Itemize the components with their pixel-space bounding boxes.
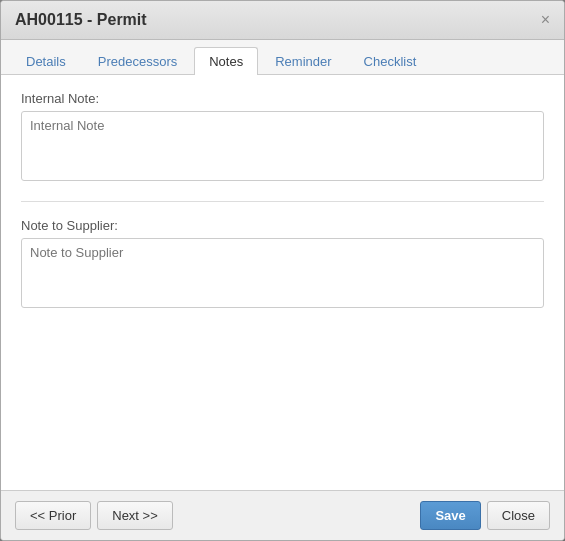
footer-right: Save Close <box>420 501 550 530</box>
note-to-supplier-label: Note to Supplier: <box>21 218 544 233</box>
dialog-header: AH00115 - Permit × <box>1 1 564 40</box>
footer-left: << Prior Next >> <box>15 501 173 530</box>
note-to-supplier-input[interactable] <box>21 238 544 308</box>
tab-predecessors[interactable]: Predecessors <box>83 47 192 75</box>
dialog-footer: << Prior Next >> Save Close <box>1 490 564 540</box>
next-button[interactable]: Next >> <box>97 501 173 530</box>
permit-dialog: AH00115 - Permit × Details Predecessors … <box>0 0 565 541</box>
prior-button[interactable]: << Prior <box>15 501 91 530</box>
dialog-title: AH00115 - Permit <box>15 11 147 29</box>
close-button[interactable]: Close <box>487 501 550 530</box>
divider <box>21 201 544 202</box>
internal-note-input[interactable] <box>21 111 544 181</box>
tab-notes[interactable]: Notes <box>194 47 258 75</box>
internal-note-group: Internal Note: <box>21 91 544 185</box>
close-icon[interactable]: × <box>541 12 550 28</box>
tab-reminder[interactable]: Reminder <box>260 47 346 75</box>
note-to-supplier-group: Note to Supplier: <box>21 218 544 312</box>
dialog-body: Internal Note: Note to Supplier: <box>1 75 564 490</box>
tab-checklist[interactable]: Checklist <box>349 47 432 75</box>
tab-details[interactable]: Details <box>11 47 81 75</box>
internal-note-label: Internal Note: <box>21 91 544 106</box>
tabs-bar: Details Predecessors Notes Reminder Chec… <box>1 40 564 75</box>
save-button[interactable]: Save <box>420 501 480 530</box>
